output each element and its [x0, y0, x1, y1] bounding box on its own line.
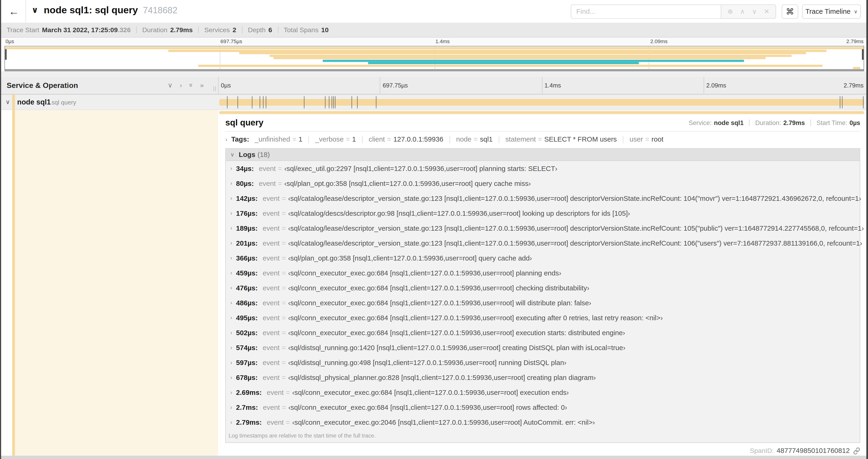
log-field-key: event [263, 209, 280, 217]
summary-separator [278, 27, 278, 33]
summary-label: Trace Start [6, 26, 39, 34]
log-row[interactable]: ›486µs:event=‹sql/conn_executor_exec.go:… [226, 295, 860, 310]
view-dropdown-button[interactable]: Trace Timeline∨ [802, 4, 861, 19]
minimap-span-bar [270, 55, 792, 57]
log-row[interactable]: ›476µs:event=‹sql/conn_executor_exec.go:… [226, 280, 860, 295]
meta-label: Duration: [755, 120, 781, 126]
log-row[interactable]: ›574µs:event=‹sql/distsql_running.go:142… [226, 340, 860, 355]
log-equals: = [282, 254, 286, 262]
chevron-right-icon: › [230, 240, 232, 246]
summary-value: 2.79ms [170, 26, 193, 34]
chevron-right-icon: › [230, 404, 232, 410]
log-timestamp: 2.7ms: [236, 403, 258, 411]
log-row[interactable]: ›502µs:event=‹sql/conn_executor_exec.go:… [226, 325, 860, 340]
log-tick-mark [331, 96, 332, 108]
log-tick-mark [376, 96, 376, 108]
log-timestamp: 142µs: [236, 194, 257, 202]
log-timestamp: 502µs: [236, 329, 257, 336]
timeline-ruler: 0µs697.75µs1.4ms2.09ms2.79ms [218, 77, 866, 95]
minimap-canvas[interactable] [4, 46, 864, 71]
chevron-right-icon[interactable]: › [225, 136, 227, 142]
log-field-key: event [263, 344, 280, 352]
prev-result-icon[interactable]: ∧ [740, 8, 745, 15]
trace-collapse-caret-icon[interactable]: ∨ [31, 5, 38, 15]
log-field-value: ‹sql/catalog/descs/descriptor.go:98 [nsq… [288, 209, 630, 217]
span-duration-bar[interactable] [219, 99, 864, 105]
log-field-key: event [263, 314, 280, 322]
tag-equals: = [645, 135, 649, 143]
find-input[interactable] [571, 4, 721, 19]
collapse-one-icon[interactable]: ∨ [168, 81, 173, 89]
column-resizer-handle[interactable]: || [213, 86, 217, 91]
span-row[interactable]: ∨ node sql1 sql query [0, 94, 868, 110]
log-tick-mark [335, 96, 336, 108]
chevron-right-icon: › [230, 165, 232, 171]
log-timestamp: 34µs: [236, 164, 254, 172]
log-row[interactable]: ›366µs:event=‹sql/plan_opt.go:358 [nsql1… [226, 251, 860, 265]
tag-equals: = [474, 135, 477, 143]
summary-separator [198, 27, 199, 33]
span-collapse-caret-icon[interactable]: ∨ [6, 98, 10, 106]
tag-separator [308, 136, 309, 143]
log-row[interactable]: ›2.79ms:event=‹sql/conn_executor_exec.go… [226, 415, 860, 430]
clear-search-icon[interactable]: ✕ [764, 8, 770, 15]
tag-equals: = [292, 135, 296, 143]
logs-header[interactable]: ∨ Logs (18) [226, 149, 860, 161]
log-field-key: event [263, 224, 280, 232]
timeline-ruler-tick: 2.09ms [704, 77, 726, 95]
log-row[interactable]: ›80µs:event=‹sql/plan_opt.go:358 [nsql1,… [226, 176, 860, 191]
trace-id: 7418682 [143, 6, 178, 15]
meta-separator [749, 120, 750, 126]
collapse-all-icon[interactable]: » [187, 83, 195, 87]
log-row[interactable]: ›189µs:event=‹sql/catalog/lease/descript… [226, 221, 860, 236]
log-row[interactable]: ›678µs:event=‹sql/distsql_physical_plann… [226, 370, 860, 385]
next-result-icon[interactable]: ∨ [752, 8, 757, 15]
minimap-right-handle[interactable] [862, 48, 864, 60]
minimap-span-bar [274, 57, 766, 59]
log-timestamp: 495µs: [236, 314, 257, 322]
minimap-ruler-tick: 2.79ms [846, 38, 864, 44]
timeline-ruler-tick: 2.79ms [841, 77, 864, 95]
log-row[interactable]: ›2.7ms:event=‹sql/conn_executor_exec.go:… [226, 400, 860, 415]
expand-one-icon[interactable]: › [180, 81, 182, 89]
log-equals: = [278, 179, 282, 187]
log-row[interactable]: ›459µs:event=‹sql/conn_executor_exec.go:… [226, 265, 860, 280]
log-field-key: event [267, 389, 284, 396]
span-detail-content: sql query Service:node sql1Duration:2.79… [218, 110, 866, 456]
log-field-value: ‹sql/catalog/lease/descriptor_version_st… [288, 224, 864, 232]
log-row[interactable]: ›142µs:event=‹sql/catalog/lease/descript… [226, 191, 860, 206]
log-row[interactable]: ›597µs:event=‹sql/distsql_running.go:498… [226, 355, 860, 370]
log-tick-mark [238, 96, 238, 108]
tag-value: sql1 [480, 135, 493, 143]
span-bar-area[interactable] [218, 94, 865, 110]
tag-key: node [456, 135, 471, 143]
keyboard-shortcuts-button[interactable]: ⌘ [782, 4, 798, 19]
log-row[interactable]: ›34µs:event=‹sql/exec_util.go:2297 [nsql… [226, 161, 860, 176]
log-row[interactable]: ›176µs:event=‹sql/catalog/descs/descript… [226, 206, 860, 221]
minimap-left-handle[interactable] [5, 48, 6, 60]
back-arrow-icon[interactable]: ← [6, 3, 22, 19]
tags-label: Tags: [231, 135, 249, 143]
summary-separator [242, 27, 242, 33]
log-timestamp: 2.79ms: [236, 418, 261, 426]
log-row[interactable]: ›2.69ms:event=‹sql/conn_executor_exec.go… [226, 385, 860, 400]
log-tick-mark [263, 96, 263, 108]
log-field-key: event [263, 329, 280, 336]
locate-icon[interactable]: ⊕ [727, 8, 733, 15]
log-row[interactable]: ›201µs:event=‹sql/catalog/lease/descript… [226, 236, 860, 251]
log-equals: = [282, 374, 286, 381]
log-tick-mark [304, 96, 304, 108]
log-field-key: event [263, 269, 280, 277]
log-field-key: event [263, 284, 280, 292]
tags-row[interactable]: ›Tags:_unfinished=1_verbose=1client=127.… [225, 135, 663, 143]
detail-operation-title: sql query [225, 118, 264, 128]
link-icon[interactable] [853, 447, 860, 454]
meta-separator [810, 120, 811, 126]
span-detail-row: sql query Service:node sql1Duration:2.79… [0, 110, 868, 456]
span-detail-left-panel [15, 110, 218, 456]
expand-all-icon[interactable]: » [200, 81, 204, 89]
log-equals: = [282, 194, 286, 202]
trace-summary-bar: Trace StartMarch 31 2022, 17:25:09.326Du… [0, 23, 868, 38]
tag-equals: = [387, 135, 391, 143]
log-row[interactable]: ›495µs:event=‹sql/conn_executor_exec.go:… [226, 310, 860, 325]
